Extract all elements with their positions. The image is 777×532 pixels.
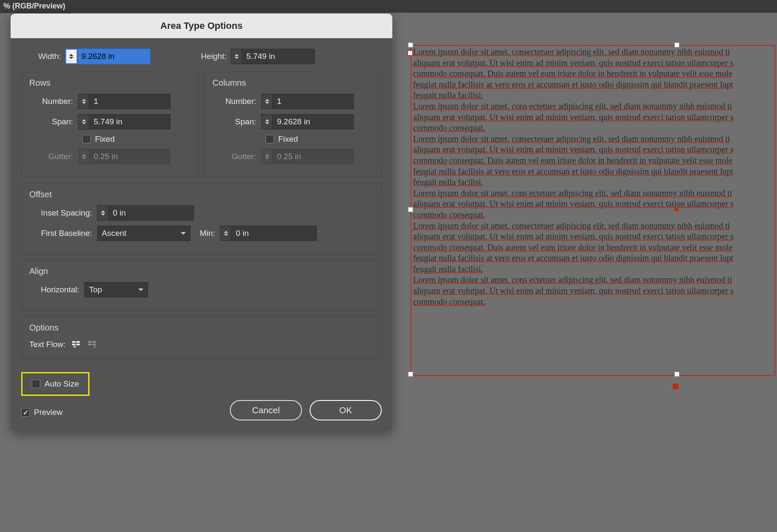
autosize-checkbox[interactable] xyxy=(32,380,40,388)
lorem-line: aliquam erat volutpat. Ut wisi enim ad m… xyxy=(413,58,774,69)
columns-gutter-label: Gutter: xyxy=(212,152,261,161)
lorem-line: aliquam erat volutpat. Ut wisi enim ad m… xyxy=(413,144,774,155)
height-value[interactable]: 5.749 in xyxy=(242,49,314,64)
rows-number-value[interactable]: 1 xyxy=(89,94,170,109)
center-anchor-icon[interactable] xyxy=(674,207,679,211)
stepper-arrows-icon[interactable] xyxy=(98,206,109,220)
lorem-line: feugiat nulla facilisis at vero eros et … xyxy=(413,253,774,264)
columns-number-value[interactable]: 1 xyxy=(273,94,353,109)
rows-fixed-checkbox[interactable] xyxy=(82,135,91,143)
lorem-line: aliquam erat volutpat. Ut wisi enim ad m… xyxy=(413,199,774,210)
rows-panel: Rows Number: 1 Span: 5.749 in xyxy=(21,72,198,177)
width-label: Width: xyxy=(38,52,61,61)
align-panel: Align Horizontal: Top xyxy=(21,260,382,311)
frame-handle[interactable] xyxy=(674,42,679,48)
stepper-arrows-icon xyxy=(262,149,273,164)
rows-gutter-label: Gutter: xyxy=(29,152,78,161)
columns-span-input[interactable]: 9.2628 in xyxy=(261,114,354,129)
rows-span-value[interactable]: 5.749 in xyxy=(89,115,170,129)
chevron-down-icon xyxy=(138,288,143,291)
lorem-line: commodo consequat. Duis autem vel eum ir… xyxy=(413,242,774,253)
align-title: Align xyxy=(29,266,374,276)
width-input[interactable]: 9.2628 in xyxy=(65,49,150,64)
offset-panel: Offset Inset Spacing: 0 in First Baselin… xyxy=(21,183,382,254)
autosize-label: Auto Size xyxy=(45,379,79,389)
columns-fixed-label: Fixed xyxy=(278,134,298,144)
height-input[interactable]: 5.749 in xyxy=(231,49,315,64)
lorem-line: Lorem ipsum dolor sit amet, consectetuer… xyxy=(413,47,774,58)
lorem-line: Lorem ipsum dolor sit amet, cons ectetue… xyxy=(413,101,774,112)
lorem-line: Lorem ipsum dolor sit amet, consectetuer… xyxy=(413,134,774,145)
columns-span-label: Span: xyxy=(212,117,261,126)
frame-handle[interactable] xyxy=(408,207,413,212)
inset-spacing-input[interactable]: 0 in xyxy=(97,205,194,221)
lorem-line: aliquam erat volutpat. Ut wisi enim ad m… xyxy=(413,112,774,123)
lorem-line: commodo consequat. xyxy=(413,297,774,308)
autosize-highlight: Auto Size xyxy=(21,372,89,396)
options-title: Options xyxy=(29,323,374,333)
lorem-line: feugait nulla facilisi. xyxy=(413,177,774,188)
ok-button[interactable]: OK xyxy=(310,400,382,420)
stepper-arrows-icon[interactable] xyxy=(78,94,89,109)
rows-gutter-input: 0.25 in xyxy=(78,149,170,164)
stepper-arrows-icon[interactable] xyxy=(262,115,273,129)
min-value[interactable]: 0 in xyxy=(232,226,316,241)
rows-number-label: Number: xyxy=(29,97,78,106)
first-baseline-value: Ascent xyxy=(102,229,126,238)
textflow-rtl-svg xyxy=(87,340,97,349)
columns-number-input[interactable]: 1 xyxy=(261,94,354,109)
stepper-arrows-icon[interactable] xyxy=(78,115,89,129)
cancel-button[interactable]: Cancel xyxy=(230,400,302,420)
text-overflow-icon[interactable] xyxy=(673,384,679,389)
columns-gutter-input: 0.25 in xyxy=(261,149,354,164)
columns-panel: Columns Number: 1 Span: 9.2628 in xyxy=(204,72,382,177)
lorem-line: commodo consequat. xyxy=(413,210,774,221)
stepper-arrows-icon[interactable] xyxy=(262,94,273,109)
frame-handle[interactable] xyxy=(408,42,413,48)
lorem-line: commodo consequat. Duis autem vel eum ir… xyxy=(413,155,774,166)
columns-fixed-checkbox[interactable] xyxy=(266,135,274,143)
text-frame[interactable]: Lorem ipsum dolor sit amet, consectetuer… xyxy=(411,45,775,376)
lorem-line: aliquam erat volutpat. Ut wisi enim ad m… xyxy=(413,286,774,297)
textflow-ltr-svg xyxy=(71,340,81,349)
frame-handle[interactable] xyxy=(408,372,413,377)
options-panel: Options Text Flow: xyxy=(21,316,382,358)
chevron-down-icon xyxy=(181,232,186,235)
lorem-line: feugait nulla facilisi. xyxy=(413,264,774,275)
horizontal-label: Horizontal: xyxy=(29,285,84,294)
rows-span-label: Span: xyxy=(29,117,78,126)
document-tab[interactable]: % (RGB/Preview) xyxy=(0,0,73,13)
inset-spacing-label: Inset Spacing: xyxy=(29,208,97,218)
stepper-arrows-icon[interactable] xyxy=(221,226,232,241)
rows-number-input[interactable]: 1 xyxy=(78,94,170,109)
columns-span-value[interactable]: 9.2628 in xyxy=(273,115,353,129)
first-baseline-select[interactable]: Ascent xyxy=(97,226,190,241)
stepper-arrows-icon[interactable] xyxy=(66,50,77,63)
preview-checkbox[interactable] xyxy=(21,408,30,417)
lorem-line: aliquam erat volutpat. Ut wisi enim ad m… xyxy=(413,231,774,242)
stepper-arrows-icon xyxy=(78,149,89,164)
columns-gutter-value: 0.25 in xyxy=(273,149,353,164)
width-value[interactable]: 9.2628 in xyxy=(77,50,149,63)
min-input[interactable]: 0 in xyxy=(220,226,317,241)
rows-gutter-value: 0.25 in xyxy=(89,149,170,164)
rows-span-input[interactable]: 5.749 in xyxy=(78,114,170,129)
lorem-line: Lorem ipsum dolor sit amet, cons ectetue… xyxy=(413,188,774,199)
lorem-line: commodo consequat. Duis autem vel eum ir… xyxy=(413,68,774,79)
height-label: Height: xyxy=(201,52,226,61)
textflow-rtl-icon[interactable] xyxy=(86,339,98,350)
lorem-line: feugiat nulla facilisis at vero eros et … xyxy=(413,166,774,177)
text-in-port-icon[interactable] xyxy=(407,50,413,56)
columns-title: Columns xyxy=(212,78,374,88)
preview-label: Preview xyxy=(34,408,63,417)
frame-handle[interactable] xyxy=(674,372,679,377)
rows-fixed-label: Fixed xyxy=(95,134,115,144)
textflow-ltr-icon[interactable] xyxy=(70,339,82,350)
inset-spacing-value[interactable]: 0 in xyxy=(109,206,193,220)
lorem-line: feugait nulla facilisi. xyxy=(413,90,774,101)
stepper-arrows-icon[interactable] xyxy=(231,49,242,64)
first-baseline-label: First Baseline: xyxy=(29,229,97,238)
textflow-label: Text Flow: xyxy=(29,340,66,349)
horizontal-select[interactable]: Top xyxy=(84,282,148,297)
lorem-line: commodo consequat. xyxy=(413,123,774,134)
